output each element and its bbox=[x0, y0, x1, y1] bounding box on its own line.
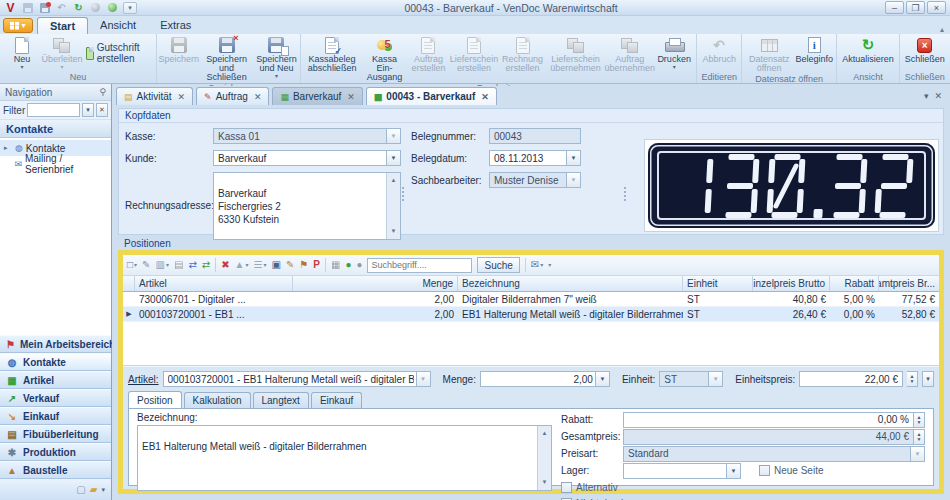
more-options-button[interactable]: ▾ bbox=[548, 262, 551, 268]
customize-quick-access-button[interactable]: ▾ bbox=[123, 2, 137, 14]
nav-item-baustelle[interactable]: ▲ Baustelle bbox=[0, 461, 111, 479]
refresh-quick-icon[interactable]: ↻ bbox=[72, 2, 85, 14]
next-record-quick-icon[interactable] bbox=[106, 2, 119, 14]
footer-more-icon[interactable]: ▾ bbox=[101, 486, 105, 494]
nav-item-produktion[interactable]: ✱ Produktion bbox=[0, 443, 111, 461]
ribbon-tab-ansicht[interactable]: Ansicht bbox=[88, 17, 148, 34]
doc-tab-barverkauf[interactable]: ▦ Barverkauf ✕ bbox=[272, 87, 362, 105]
tab-close-icon[interactable]: ✕ bbox=[934, 91, 942, 101]
nav-item-mein-arbeitsbereich[interactable]: ⚑ Mein Arbeitsbereich bbox=[0, 335, 111, 353]
doc-tab-auftrag[interactable]: ✎ Auftrag ✕ bbox=[196, 87, 269, 105]
sync-green-button[interactable]: ⇄ bbox=[202, 260, 210, 270]
tab-list-dropdown-icon[interactable]: ▾ bbox=[924, 91, 929, 101]
move-up-button[interactable]: ▲▾ bbox=[235, 260, 249, 270]
copy-position-button[interactable]: ▥▾ bbox=[155, 260, 168, 270]
minimize-button[interactable]: – bbox=[885, 1, 904, 14]
nav-item-verkauf[interactable]: ↗ Verkauf bbox=[0, 389, 111, 407]
folder-icon[interactable]: ▰ bbox=[90, 484, 98, 495]
pin-icon[interactable]: ⚲ bbox=[99, 87, 106, 97]
column-header-artikel[interactable]: Artikel bbox=[135, 276, 293, 291]
tab-kalkulation[interactable]: Kalkulation bbox=[184, 392, 251, 408]
filter-clear-icon[interactable]: ✕ bbox=[96, 103, 108, 117]
price-flag-button[interactable]: P bbox=[313, 260, 320, 270]
nav-item-artikel[interactable]: ▦ Artikel bbox=[0, 371, 111, 389]
application-menu-button[interactable]: ▾ bbox=[3, 18, 33, 33]
edit-text-button[interactable]: ✎ bbox=[286, 260, 294, 270]
textarea-scrollbar[interactable]: ▲▼ bbox=[537, 426, 551, 490]
lager-field[interactable] bbox=[623, 463, 741, 479]
splitter-handle[interactable] bbox=[402, 187, 405, 201]
belegdatum-field[interactable]: 08.11.2013 bbox=[489, 150, 581, 166]
filter-input[interactable] bbox=[27, 103, 80, 117]
menge-dropdown-icon[interactable] bbox=[595, 372, 609, 386]
table-row-selected[interactable]: ▶ 000103720001 - EB1 ... 2,00 EB1 Halter… bbox=[123, 307, 939, 322]
restore-button[interactable]: ❐ bbox=[906, 1, 925, 14]
close-window-button[interactable]: × bbox=[927, 1, 946, 14]
nav-item-kontakte[interactable]: ◍ Kontakte bbox=[0, 353, 111, 371]
start-button[interactable]: ● bbox=[345, 260, 351, 270]
tab-position[interactable]: Position bbox=[128, 391, 182, 408]
alternativ-checkbox[interactable] bbox=[561, 482, 572, 493]
kunde-dropdown-icon[interactable] bbox=[386, 151, 400, 165]
belegdatum-dropdown-icon[interactable] bbox=[566, 151, 580, 165]
new-position-button[interactable]: □▾ bbox=[127, 260, 137, 270]
ribbon-tab-start[interactable]: Start bbox=[37, 17, 88, 34]
sync-blue-button[interactable]: ⇄ bbox=[188, 260, 196, 270]
nav-item-fibuueberleitung[interactable]: ▤ Fibuüberleitung bbox=[0, 425, 111, 443]
aktualisieren-button[interactable]: ↻ Aktualisieren bbox=[839, 35, 897, 71]
bezeichnung-textarea[interactable]: EB1 Halterung Metall weiß - digitaler Bi… bbox=[137, 425, 552, 491]
nav-item-einkauf[interactable]: ↘ Einkauf bbox=[0, 407, 111, 425]
menge-field[interactable]: 2,00 bbox=[480, 371, 610, 387]
tree-expand-icon[interactable]: ▸ bbox=[4, 144, 12, 152]
drucken-button[interactable]: Drucken▾ bbox=[654, 35, 694, 82]
kassa-ein-ausgang-button[interactable]: Kassa Ein-Ausgang bbox=[361, 35, 408, 82]
tree-item-mailing[interactable]: ✉ Mailing / Serienbrief bbox=[0, 156, 111, 172]
filter-dropdown-icon[interactable]: ▾ bbox=[82, 103, 94, 117]
einheitspreis-field[interactable]: 22,00 € bbox=[799, 371, 903, 387]
edit-position-button[interactable]: ✎ bbox=[142, 260, 150, 270]
table-row[interactable]: 730006701 - Digitaler ... 2,00 Digitaler… bbox=[123, 292, 939, 307]
close-tab-icon[interactable]: ✕ bbox=[178, 92, 186, 102]
rabatt-spinner[interactable]: ▲▼ bbox=[914, 412, 925, 428]
close-tab-icon[interactable]: ✕ bbox=[481, 92, 489, 102]
close-tab-icon[interactable]: ✕ bbox=[254, 92, 262, 102]
ribbon-collapse-icon[interactable]: ▴ bbox=[940, 25, 944, 34]
column-header-gesamtpreis[interactable]: Gesamtpreis Br... bbox=[879, 276, 939, 291]
einheitspreis-spinner[interactable]: ▲▼ bbox=[907, 371, 918, 387]
search-button[interactable]: Suche bbox=[477, 257, 519, 273]
kassabeleg-abschliessen-button[interactable]: ✓ Kassabeleg abschließen bbox=[303, 35, 360, 82]
kunde-field[interactable]: Barverkauf bbox=[213, 150, 401, 166]
textarea-scrollbar[interactable]: ▲▼ bbox=[386, 173, 400, 239]
column-header-bezeichnung[interactable]: Bezeichnung bbox=[458, 276, 683, 291]
new-button[interactable]: Neu▾ bbox=[2, 35, 42, 71]
mail-print-button[interactable]: ✉▾ bbox=[531, 260, 543, 270]
delete-position-button[interactable]: ✖ bbox=[221, 260, 229, 270]
speichern-und-schliessen-button[interactable]: × Speichern und Schließen bbox=[199, 35, 255, 82]
einheitspreis-dropdown-icon[interactable]: ▾ bbox=[922, 371, 934, 387]
doc-tab-aktivitaet[interactable]: ▤ Aktivität ✕ bbox=[116, 87, 193, 105]
save-close-quick-icon[interactable] bbox=[38, 2, 51, 14]
column-header-menge[interactable]: Menge bbox=[293, 276, 458, 291]
search-input[interactable] bbox=[367, 258, 472, 273]
schliessen-button[interactable]: × Schließen bbox=[902, 35, 948, 71]
save-position-button[interactable]: ▣ bbox=[271, 260, 280, 270]
stamp-button[interactable]: ⚑ bbox=[299, 260, 308, 270]
rabatt-field[interactable]: 0,00 % bbox=[623, 412, 914, 428]
column-header-einheit[interactable]: Einheit bbox=[683, 276, 753, 291]
artikel-field[interactable]: 000103720001 - EB1 Halterung Metall weiß… bbox=[163, 371, 431, 387]
artikel-dropdown-icon[interactable] bbox=[416, 372, 430, 386]
rechnungsadresse-textarea[interactable]: Barverkauf Fischergries 2 6330 Kufstein … bbox=[213, 172, 401, 240]
tab-langtext[interactable]: Langtext bbox=[253, 392, 309, 408]
ribbon-tab-extras[interactable]: Extras bbox=[148, 17, 203, 34]
close-tab-icon[interactable]: ✕ bbox=[347, 92, 355, 102]
document-small-icon[interactable]: ▢ bbox=[76, 484, 85, 495]
beleginfo-button[interactable]: Beleginfo bbox=[794, 35, 834, 73]
column-header-einzelpreis[interactable]: Einzelpreis Brutto bbox=[753, 276, 830, 291]
neue-seite-checkbox[interactable] bbox=[759, 465, 770, 476]
list-options-button[interactable]: ☰▾ bbox=[253, 260, 266, 270]
gutschrift-erstellen-button[interactable]: Gutschrift erstellen bbox=[82, 45, 154, 61]
splitter-handle[interactable] bbox=[624, 187, 627, 201]
column-header-rabatt[interactable]: Rabatt bbox=[830, 276, 879, 291]
speichern-und-neu-button[interactable]: Speichern und Neu▾ bbox=[254, 35, 298, 82]
tab-einkauf[interactable]: Einkauf bbox=[311, 392, 362, 408]
